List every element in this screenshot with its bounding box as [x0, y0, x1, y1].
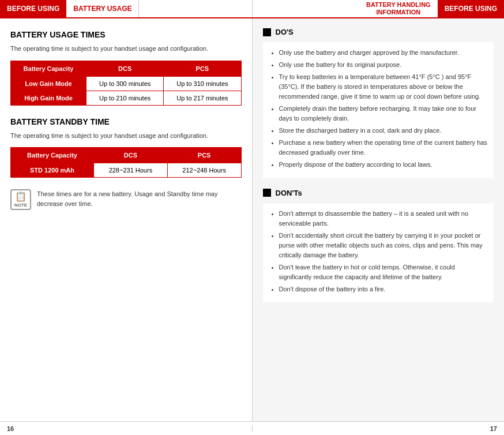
standby-col-pcs: PCS	[167, 148, 241, 163]
standby-col-dcs: DCS	[94, 148, 168, 163]
std-dcs: 228~231 Hours	[94, 163, 168, 178]
note-label: NOTE	[14, 202, 27, 208]
high-gain-dcs: Up to 210 minutes	[86, 91, 164, 105]
table-row: STD 1200 mAh 228~231 Hours 212~248 Hours	[11, 163, 242, 178]
list-item: Only use the battery and charger approve…	[279, 48, 488, 58]
usage-col-capacity: Battery Capacity	[11, 61, 86, 76]
list-item: Don't dispose of the battery into a fire…	[279, 284, 488, 294]
low-gain-pcs: Up to 310 minutes	[164, 76, 241, 91]
std-capacity-label: STD 1200 mAh	[11, 163, 94, 178]
header-left: BEFORE USING BATTERY USAGE	[0, 0, 253, 17]
footer-page-right: 17	[253, 425, 505, 432]
list-item: Store the discharged battery in a cool, …	[279, 126, 488, 136]
donts-list: Don't attempt to disassemble the battery…	[263, 203, 494, 302]
standby-title: BATTERY STANDBY TIME	[10, 117, 242, 126]
list-item: Don't attempt to disassemble the battery…	[279, 209, 488, 228]
usage-times-table: Battery Capacity DCS PCS Low Gain Mode U…	[10, 61, 242, 106]
header-before-using-left: BEFORE USING	[0, 0, 66, 17]
standby-col-capacity: Battery Capacity	[11, 148, 94, 163]
list-item: Properly dispose of the battery accordin…	[279, 160, 488, 170]
donts-section-title: DON'Ts	[263, 189, 494, 197]
list-item: Don't accidentally short circuit the bat…	[279, 231, 488, 260]
note-icon: 📋 NOTE	[10, 189, 31, 210]
list-item: Completely drain the battery before rech…	[279, 104, 488, 123]
note-box: 📋 NOTE These times are for a new battery…	[10, 189, 242, 210]
page-header: BEFORE USING BATTERY USAGE BATTERY HANDL…	[0, 0, 504, 18]
header-battery-handling-tab: BATTERY HANDLINGINFORMATION	[359, 0, 438, 17]
list-item: Purchase a new battery when the operatin…	[279, 138, 488, 158]
high-gain-pcs: Up to 217 minutes	[164, 91, 241, 105]
header-right: BATTERY HANDLINGINFORMATION BEFORE USING	[253, 0, 505, 17]
standby-desc: The operating time is subject to your ha…	[10, 131, 242, 141]
note-text: These times are for a new battery. Usage…	[37, 189, 242, 208]
donts-square-icon	[263, 189, 271, 197]
table-row: Low Gain Mode Up to 300 minutes Up to 31…	[11, 76, 242, 91]
table-row: High Gain Mode Up to 210 minutes Up to 2…	[11, 91, 242, 105]
list-item: Try to keep batteries in a temperature b…	[279, 72, 488, 102]
high-gain-label: High Gain Mode	[11, 91, 86, 105]
std-pcs: 212~248 Hours	[167, 163, 241, 178]
standby-table: Battery Capacity DCS PCS STD 1200 mAh 22…	[10, 147, 242, 178]
usage-col-dcs: DCS	[86, 61, 164, 76]
left-panel: BATTERY USAGE TIMES The operating time i…	[0, 18, 253, 421]
header-before-using-right: BEFORE USING	[438, 0, 504, 17]
footer-page-left: 16	[0, 425, 253, 432]
low-gain-dcs: Up to 300 minutes	[86, 76, 164, 91]
dos-list: Only use the battery and charger approve…	[263, 42, 494, 178]
list-item: Only use the battery for its original pu…	[279, 60, 488, 70]
main-content: BATTERY USAGE TIMES The operating time i…	[0, 18, 504, 421]
list-item: Don't leave the battery in hot or cold t…	[279, 262, 488, 282]
header-battery-usage-tab: BATTERY USAGE	[66, 0, 139, 17]
low-gain-label: Low Gain Mode	[11, 76, 86, 91]
dos-square-icon	[263, 28, 271, 36]
dos-section-title: DO'S	[263, 28, 494, 36]
right-panel: DO'S Only use the battery and charger ap…	[253, 18, 505, 421]
page-footer: 16 17	[0, 421, 504, 435]
usage-times-desc: The operating time is subject to your ha…	[10, 44, 242, 54]
usage-times-title: BATTERY USAGE TIMES	[10, 30, 242, 39]
usage-col-pcs: PCS	[164, 61, 241, 76]
